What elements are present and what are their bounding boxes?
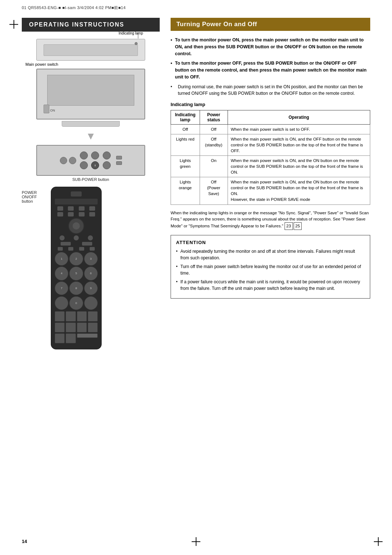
- lamp-state-1: Off: [171, 124, 200, 134]
- status-3: On: [200, 155, 228, 177]
- remote-control-section: POWER ON/OFF button: [22, 187, 160, 349]
- remote-control-illustration: 1 2 3 4 5 6 7 8 9 0: [51, 187, 102, 349]
- table-row: Lights orange Off(Power Save) When the m…: [171, 177, 370, 204]
- intro-bullets: To turn the monitor power ON, press the …: [171, 37, 370, 97]
- registration-mark-top-left: [9, 20, 18, 29]
- operating-1: When the main power switch is set to OFF…: [228, 124, 370, 134]
- monitor-top-illustration: Indicating lamp Main power switch ON: [22, 39, 160, 127]
- status-4: Off(Power Save): [200, 177, 228, 204]
- lamp-state-2: Lights red: [171, 134, 200, 155]
- operating-4: When the main power switch is ON, and th…: [228, 177, 370, 204]
- attention-box: ATTENTION Avoid repeatedly turning the m…: [171, 235, 370, 299]
- status-1: Off: [200, 124, 228, 134]
- operating-3: When the main power switch is ON, and th…: [228, 155, 370, 177]
- section-header: OPERATING INSTRUCTIONS: [22, 18, 160, 32]
- btn-7: 7: [55, 281, 68, 295]
- lamp-status-table: Indicatinglamp Power status Operating Of…: [171, 110, 370, 205]
- attention-item-1: Avoid repeatedly turning the monitor on …: [176, 248, 365, 261]
- header-text: 01 QR58543-ENG-■ ■I-sam 3/4/2004 4:02 PM…: [22, 5, 126, 10]
- down-arrow: ▼: [22, 130, 160, 142]
- main-power-switch-label: Main power switch: [25, 62, 160, 66]
- page-ref-25: 25: [294, 222, 302, 230]
- table-row: Off Off When the main power switch is se…: [171, 124, 370, 134]
- indicating-lamp-label: Indicating lamp: [119, 31, 143, 35]
- registration-mark-bottom-center: [192, 537, 200, 546]
- col-header-lamp: Indicatinglamp: [171, 110, 200, 124]
- page-references: 23 25: [285, 222, 302, 230]
- note-text: When the indicating lamp lights in orang…: [171, 210, 370, 230]
- page-header: 01 QR58543-ENG-■ ■I-sam 3/4/2004 4:02 PM…: [0, 0, 392, 11]
- lamp-state-3: Lights green: [171, 155, 200, 177]
- btn-6: 6: [84, 267, 98, 280]
- left-column: OPERATING INSTRUCTIONS Indicating lamp: [22, 18, 160, 349]
- attention-list: Avoid repeatedly turning the monitor on …: [176, 248, 365, 292]
- bullet-3-sub: During normal use, the main power switch…: [171, 84, 370, 97]
- table-row: Lights green On When the main power swit…: [171, 155, 370, 177]
- power-onoff-label: POWER ON/OFF button: [22, 190, 47, 203]
- bullet-1: To turn the monitor power ON, press the …: [171, 37, 370, 57]
- btn-9: 9: [84, 281, 98, 295]
- lamp-state-4: Lights orange: [171, 177, 200, 204]
- number-grid: 1 2 3 4 5 6 7 8 9: [55, 252, 98, 295]
- attention-item-3: If a power failure occurs while the main…: [176, 279, 365, 292]
- page-number: 14: [22, 539, 27, 544]
- status-2: Off(standby): [200, 134, 228, 155]
- col-header-status: Power status: [200, 110, 228, 124]
- page-ref-23: 23: [285, 222, 293, 230]
- col-header-operating: Operating: [228, 110, 370, 124]
- indicating-lamp-title: Indicating lamp: [171, 102, 370, 107]
- btn-8: 8: [69, 281, 83, 295]
- btn-5: 5: [69, 267, 83, 280]
- attention-item-2: Turn off the main power switch before le…: [176, 263, 365, 276]
- operating-2: When the main power switch is ON, and th…: [228, 134, 370, 155]
- registration-mark-bottom-right: [374, 537, 383, 546]
- btn-3: 3: [84, 252, 98, 266]
- table-row: Lights red Off(standby) When the main po…: [171, 134, 370, 155]
- btn-4: 4: [55, 267, 68, 280]
- btn-2: 2: [69, 252, 83, 266]
- right-column: Turning Power On and Off To turn the mon…: [171, 18, 370, 349]
- indicating-lamp-section: Indicating lamp Indicatinglamp Power sta…: [171, 102, 370, 205]
- sub-power-label: SUB-POWER button: [22, 177, 160, 182]
- btn-1: 1: [55, 252, 68, 266]
- section-title: Turning Power On and Off: [171, 18, 370, 31]
- bullet-2: To turn the monitor power OFF, press the…: [171, 60, 370, 80]
- attention-title: ATTENTION: [176, 240, 365, 245]
